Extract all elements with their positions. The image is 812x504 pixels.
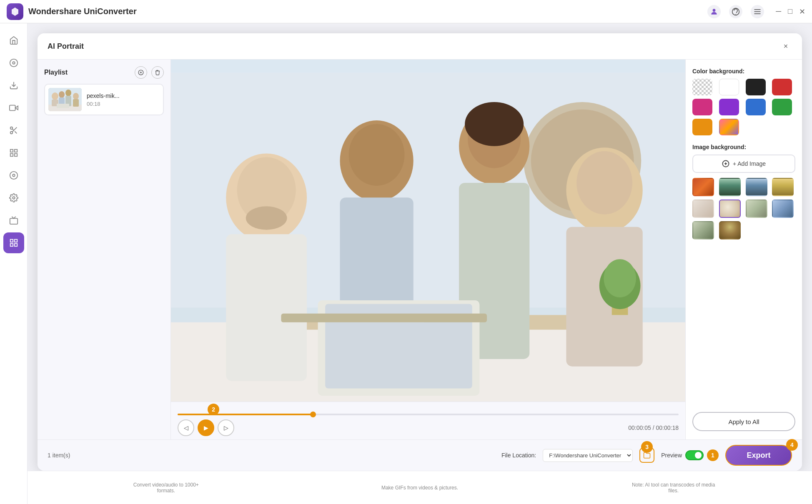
color-swatch-purple[interactable] xyxy=(719,99,739,115)
playback-controls: ◁ ▶ ▷ xyxy=(178,419,234,436)
dialog-footer: 1 item(s) File Location: F:\Wondershare … xyxy=(38,439,802,471)
image-thumb-6[interactable] xyxy=(719,200,741,218)
svg-line-13 xyxy=(15,131,17,133)
svg-point-62 xyxy=(576,151,632,215)
color-swatch-blue[interactable] xyxy=(746,99,766,115)
dialog-close-button[interactable]: × xyxy=(779,40,792,52)
playlist-header: Playlist xyxy=(44,66,164,79)
image-thumb-7[interactable] xyxy=(746,200,767,218)
window-close-button[interactable]: ✕ xyxy=(799,7,805,16)
add-image-button[interactable]: + Add Image xyxy=(692,155,795,173)
svg-rect-9 xyxy=(9,105,15,111)
color-swatch-transparent[interactable] xyxy=(692,79,712,95)
prev-frame-button[interactable]: ◁ xyxy=(178,419,194,436)
video-frame xyxy=(171,60,685,402)
app-logo xyxy=(7,3,23,20)
video-area: 2 ◁ ▶ ▷ 00:00: xyxy=(171,60,685,439)
image-thumb-4[interactable] xyxy=(772,178,794,196)
step-badge-3: 3 xyxy=(641,441,653,453)
preview-toggle[interactable] xyxy=(685,450,704,460)
title-bar: Wondershare UniConverter ─ □ ✕ xyxy=(0,0,812,23)
playlist-item-info: pexels-mik... 00:18 xyxy=(87,92,120,107)
sidebar-item-convert[interactable] xyxy=(3,52,24,73)
svg-rect-44 xyxy=(171,60,685,72)
apply-all-container: Apply to All xyxy=(692,412,795,431)
sidebar-item-tv[interactable] xyxy=(3,210,24,231)
apply-to-all-button[interactable]: Apply to All xyxy=(692,412,795,431)
playlist-item-duration: 00:18 xyxy=(87,101,120,107)
progress-bar[interactable] xyxy=(178,414,679,415)
image-thumb-2[interactable] xyxy=(719,178,741,196)
progress-fill xyxy=(178,414,313,415)
playlist-panel: Playlist xyxy=(38,60,171,439)
support-button[interactable] xyxy=(729,5,742,18)
export-button[interactable]: Export xyxy=(725,445,792,466)
svg-point-35 xyxy=(59,91,65,98)
color-swatch-green[interactable] xyxy=(772,99,792,115)
svg-point-20 xyxy=(13,174,15,177)
svg-point-68 xyxy=(604,259,636,297)
sidebar-item-toolbox[interactable] xyxy=(3,232,24,253)
sidebar-item-screen-record[interactable] xyxy=(3,165,24,186)
playlist-thumbnail xyxy=(48,88,82,111)
svg-rect-15 xyxy=(10,150,13,152)
svg-point-39 xyxy=(73,93,79,100)
image-thumb-10[interactable] xyxy=(719,221,741,240)
color-swatch-red[interactable] xyxy=(772,79,792,95)
color-swatch-black[interactable] xyxy=(746,79,766,95)
playlist-item[interactable]: pexels-mik... 00:18 xyxy=(44,84,164,115)
sidebar-item-home[interactable] xyxy=(3,30,24,51)
next-frame-button[interactable]: ▷ xyxy=(218,419,234,436)
image-thumb-1[interactable] xyxy=(692,178,714,196)
minimize-button[interactable]: ─ xyxy=(776,7,781,16)
sidebar-item-download[interactable] xyxy=(3,75,24,96)
maximize-button[interactable]: □ xyxy=(788,7,792,16)
folder-container: 3 xyxy=(639,448,654,463)
color-swatch-gradient[interactable] xyxy=(719,119,739,135)
image-bg-label: Image background: xyxy=(692,144,795,150)
preview-toggle-container: Preview 1 xyxy=(661,449,719,461)
progress-thumb xyxy=(310,412,316,417)
dialog-title: AI Portrait xyxy=(48,42,84,51)
svg-point-37 xyxy=(65,90,71,96)
item-count: 1 item(s) xyxy=(48,452,70,459)
sidebar xyxy=(0,23,28,504)
svg-rect-50 xyxy=(226,234,307,381)
color-bg-section: Color background: xyxy=(692,68,795,135)
sidebar-item-trim[interactable] xyxy=(3,120,24,141)
image-thumb-9[interactable] xyxy=(692,221,714,240)
play-button[interactable]: ▶ xyxy=(198,419,214,436)
image-bg-section: Image background: + Add Image xyxy=(692,144,795,240)
svg-point-52 xyxy=(246,206,287,230)
color-swatch-white[interactable] xyxy=(719,79,739,95)
video-controls: 2 ◁ ▶ ▷ 00:00: xyxy=(171,402,685,439)
file-path-select[interactable]: F:\Wondershare UniConverter xyxy=(543,449,633,462)
sidebar-item-settings[interactable] xyxy=(3,187,24,208)
image-thumb-5[interactable] xyxy=(692,200,714,218)
playlist-item-name: pexels-mik... xyxy=(87,92,120,99)
svg-rect-18 xyxy=(14,154,17,156)
dialog-header: AI Portrait × xyxy=(38,33,802,60)
svg-rect-17 xyxy=(10,154,13,156)
app-title: Wondershare UniConverter xyxy=(28,7,707,16)
svg-point-19 xyxy=(10,172,17,179)
color-grid xyxy=(692,79,795,135)
color-swatch-orange[interactable] xyxy=(692,119,712,135)
menu-button[interactable] xyxy=(751,5,764,18)
playlist-delete-button[interactable] xyxy=(151,66,164,79)
sidebar-item-merge[interactable] xyxy=(3,142,24,163)
footer-right: File Location: F:\Wondershare UniConvert… xyxy=(501,445,792,466)
feature-text-2: Make GIFs from videos & pictures. xyxy=(381,485,458,491)
feature-text-1: Convert video/audio to 1000+ formats. xyxy=(124,482,208,494)
image-thumb-8[interactable] xyxy=(772,200,794,218)
playlist-add-button[interactable] xyxy=(135,66,147,79)
current-time: 00:00:05 xyxy=(628,424,651,431)
color-swatch-pink[interactable] xyxy=(692,99,712,115)
svg-rect-16 xyxy=(14,150,17,152)
svg-rect-26 xyxy=(14,244,17,246)
feature-item-3: Note: AI tool can transcodes of media fi… xyxy=(632,482,715,494)
user-account-button[interactable] xyxy=(707,5,721,18)
sidebar-item-video-editor[interactable] xyxy=(3,97,24,118)
image-thumb-3[interactable] xyxy=(746,178,767,196)
playlist-title: Playlist xyxy=(44,69,68,76)
